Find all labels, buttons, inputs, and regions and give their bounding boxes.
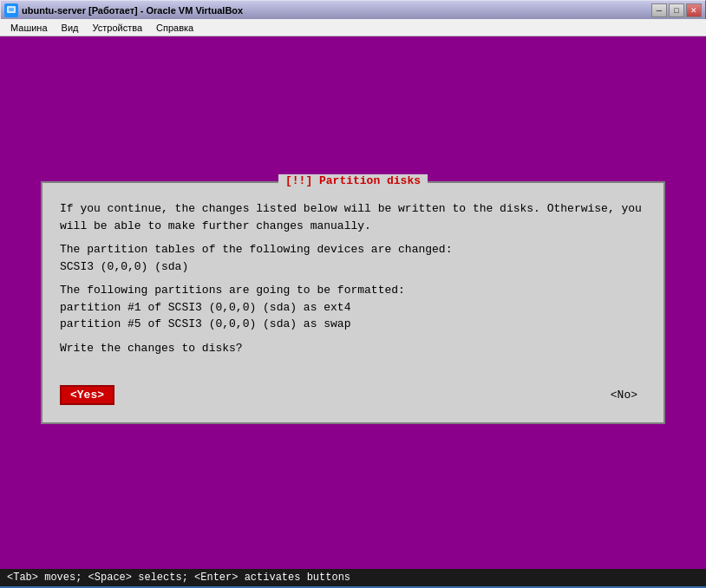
menu-help[interactable]: Справка [149,21,200,35]
dialog-line7: partition #5 of SCSI3 (0,0,0) (sda) as s… [60,317,350,330]
virtualbox-icon [4,3,18,17]
titlebar-left: ubuntu-server [Работает] - Oracle VM Vir… [4,3,243,17]
window-titlebar: ubuntu-server [Работает] - Oracle VM Vir… [0,0,706,19]
dialog-line1: If you continue, the changes listed belo… [60,202,642,215]
dialog-title: [!!] Partition disks [278,174,428,187]
dialog-line4: SCSI3 (0,0,0) (sda) [60,260,188,273]
dialog-line6: partition #1 of SCSI3 (0,0,0) (sda) as e… [60,301,350,314]
dialog-buttons: <Yes> <No> [42,376,664,418]
dialog-line8: Write the changes to disks? [60,342,243,355]
yes-button[interactable]: <Yes> [60,385,114,405]
dialog-line2: will be able to make further changes man… [60,219,371,232]
svg-rect-2 [9,8,14,11]
vm-content: [!!] Partition disks If you continue, th… [0,36,706,569]
dialog-content: If you continue, the changes listed belo… [42,183,664,376]
no-button[interactable]: <No> [602,385,646,405]
menu-view[interactable]: Вид [55,21,86,35]
status-bar: <Tab> moves; <Space> selects; <Enter> ac… [0,569,706,586]
status-text: <Tab> moves; <Space> selects; <Enter> ac… [7,572,350,584]
maximize-button[interactable]: □ [669,3,684,17]
close-button[interactable]: ✕ [686,3,702,17]
dialog-line3: The partition tables of the following de… [60,243,452,256]
window-title: ubuntu-server [Работает] - Oracle VM Vir… [22,5,243,16]
menu-devices[interactable]: Устройства [85,21,149,35]
menu-bar: Машина Вид Устройства Справка [0,19,706,36]
menu-machine[interactable]: Машина [3,21,55,35]
dialog-line5: The following partitions are going to be… [60,284,405,297]
titlebar-buttons: ─ □ ✕ [651,3,702,17]
minimize-button[interactable]: ─ [651,3,667,17]
dialog-box: [!!] Partition disks If you continue, th… [41,181,665,424]
